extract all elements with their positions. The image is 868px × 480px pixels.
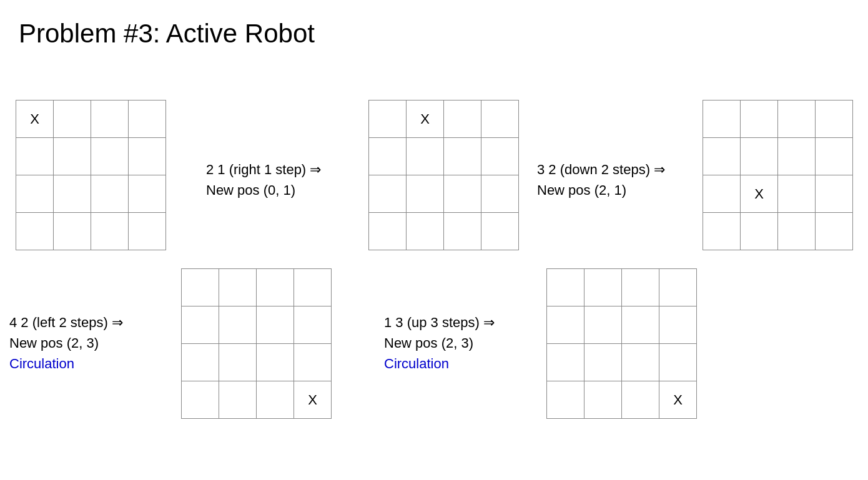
grid-cell: [54, 100, 91, 138]
description-line: New pos (2, 3): [384, 333, 495, 353]
grid-cell: [622, 344, 659, 381]
grid-cell: [778, 100, 816, 138]
grid-cell: [659, 269, 697, 306]
grid-cell: [444, 213, 481, 250]
grid-cell: [778, 175, 816, 213]
grid-cell: [294, 344, 332, 381]
grid-cell: [182, 306, 219, 344]
grid-cell: [369, 138, 407, 175]
grid-cell: [219, 344, 257, 381]
description-line: New pos (2, 1): [537, 180, 665, 200]
grid-cell: [584, 306, 622, 344]
grid-cell: [816, 138, 853, 175]
grid-cell: [369, 100, 407, 138]
grid-cell: [219, 381, 257, 419]
grid-cell: [547, 381, 584, 419]
grid-cell: [778, 138, 816, 175]
grid-cell: [91, 138, 129, 175]
grid-cell: [129, 100, 166, 138]
grid-cell: X: [659, 381, 697, 419]
grid-cell: [547, 344, 584, 381]
grid-cell: [129, 138, 166, 175]
grid-cell: [622, 269, 659, 306]
description-line: 2 1 (right 1 step) ⇒: [206, 159, 321, 180]
grid-cell: [16, 213, 54, 250]
grid-grid4: X: [181, 268, 332, 419]
grid-cell: X: [16, 100, 54, 138]
description-line: Circulation: [384, 353, 495, 374]
grid-cell: [407, 138, 444, 175]
grid-cell: [257, 344, 294, 381]
grid-cell: [816, 100, 853, 138]
grid-grid5: X: [546, 268, 697, 419]
grid-cell: [481, 100, 519, 138]
grid-cell: [444, 175, 481, 213]
grid-cell: [54, 213, 91, 250]
grid-cell: [294, 306, 332, 344]
grid-cell: [369, 213, 407, 250]
description-desc2: 3 2 (down 2 steps) ⇒New pos (2, 1): [537, 159, 665, 200]
grid-cell: [407, 175, 444, 213]
grid-cell: [54, 138, 91, 175]
grid-cell: [816, 213, 853, 250]
grid-cell: [129, 213, 166, 250]
description-line: 1 3 (up 3 steps) ⇒: [384, 312, 495, 333]
grid-cell: [481, 213, 519, 250]
grid-cell: [294, 269, 332, 306]
grid-cell: [703, 175, 741, 213]
description-line: New pos (0, 1): [206, 180, 321, 200]
description-desc4: 1 3 (up 3 steps) ⇒New pos (2, 3)Circulat…: [384, 312, 495, 374]
grid-cell: X: [741, 175, 778, 213]
grid-cell: [584, 344, 622, 381]
description-line: New pos (2, 3): [9, 333, 123, 353]
grid-cell: [257, 381, 294, 419]
grid-cell: X: [407, 100, 444, 138]
grid-cell: [622, 306, 659, 344]
grid-cell: [219, 306, 257, 344]
grid-grid1: X: [16, 100, 166, 250]
grid-cell: [444, 138, 481, 175]
grid-cell: [547, 306, 584, 344]
grid-cell: [659, 306, 697, 344]
description-line: Circulation: [9, 353, 123, 374]
grid-cell: [54, 175, 91, 213]
grid-cell: [16, 138, 54, 175]
grid-cell: [407, 213, 444, 250]
grid-cell: [182, 344, 219, 381]
grid-cell: [481, 175, 519, 213]
description-line: 3 2 (down 2 steps) ⇒: [537, 159, 665, 180]
grid-cell: [91, 100, 129, 138]
description-desc3: 4 2 (left 2 steps) ⇒New pos (2, 3)Circul…: [9, 312, 123, 374]
grid-cell: [622, 381, 659, 419]
page-title: Problem #3: Active Robot: [19, 19, 315, 49]
grid-cell: [547, 269, 584, 306]
grid-cell: [257, 269, 294, 306]
grid-cell: [16, 175, 54, 213]
grid-cell: [369, 175, 407, 213]
description-line: 4 2 (left 2 steps) ⇒: [9, 312, 123, 333]
grid-cell: [741, 100, 778, 138]
grid-cell: [219, 269, 257, 306]
grid-grid3: X: [703, 100, 853, 250]
grid-cell: X: [294, 381, 332, 419]
grid-cell: [481, 138, 519, 175]
grid-cell: [182, 381, 219, 419]
grid-cell: [703, 100, 741, 138]
grid-cell: [182, 269, 219, 306]
grid-cell: [444, 100, 481, 138]
grid-cell: [659, 344, 697, 381]
grid-cell: [816, 175, 853, 213]
grid-cell: [91, 213, 129, 250]
grid-cell: [584, 381, 622, 419]
grid-cell: [703, 213, 741, 250]
grid-cell: [91, 175, 129, 213]
grid-cell: [741, 213, 778, 250]
grid-grid2: X: [368, 100, 519, 250]
grid-cell: [741, 138, 778, 175]
grid-cell: [584, 269, 622, 306]
grid-cell: [778, 213, 816, 250]
description-desc1: 2 1 (right 1 step) ⇒New pos (0, 1): [206, 159, 321, 200]
grid-cell: [257, 306, 294, 344]
grid-cell: [129, 175, 166, 213]
grid-cell: [703, 138, 741, 175]
